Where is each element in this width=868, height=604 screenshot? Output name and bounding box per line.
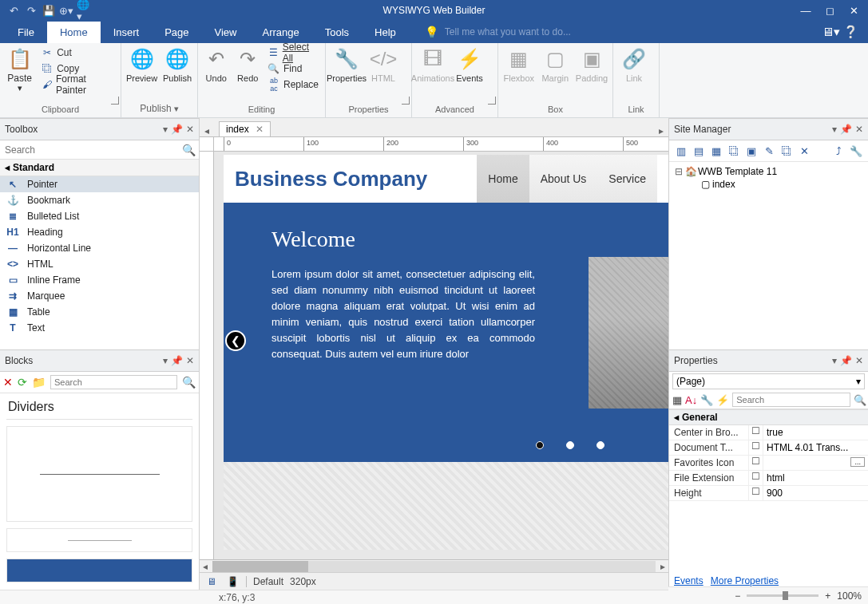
blocks-refresh-icon[interactable]: ⟳ [18,376,27,389]
blocks-close-icon[interactable]: ✕ [186,355,194,366]
screens-icon[interactable]: 🖥▾ [822,25,840,39]
sm-tool-5[interactable]: ▣ [744,144,759,158]
properties-button[interactable]: 🔧Properties [329,45,364,85]
blocks-dropdown-icon[interactable]: ▾ [163,355,168,366]
sm-dropdown-icon[interactable]: ▾ [832,124,837,135]
props-dropdown-icon[interactable]: ▾ [832,355,837,366]
blocks-pin-icon[interactable]: 📌 [171,355,183,366]
hero-image[interactable] [589,257,668,409]
sm-tool-2[interactable]: ▤ [692,144,706,158]
site-title[interactable]: Business Company [235,167,477,191]
horizontal-scrollbar[interactable]: ◂ ▸ [200,559,668,572]
props-alpha-icon[interactable]: A↓ [685,394,697,406]
property-row[interactable]: Height☐900 [669,486,868,501]
divider-block-1[interactable] [6,426,192,522]
maximize-button[interactable]: ◻ [818,2,841,18]
publish-button[interactable]: 🌐Publish [161,45,194,85]
toolbox-item-html[interactable]: <>HTML [0,256,199,272]
animations-button[interactable]: 🎞Animations [415,45,450,85]
property-row[interactable]: Center in Bro...☐true [669,425,868,440]
props-categorized-icon[interactable]: ▦ [672,394,682,406]
help-icon[interactable]: ❔ [843,25,858,39]
toolbox-item-pointer[interactable]: ↖Pointer [0,176,199,192]
nav-home[interactable]: Home [477,155,529,203]
properties-dialog-launcher[interactable] [402,97,410,105]
tab-next-icon[interactable]: ▸ [659,125,664,136]
tab-close-icon[interactable]: ✕ [256,124,264,135]
layout-label[interactable]: Default [253,576,283,587]
margin-button[interactable]: ▢Margin [538,45,573,85]
property-row[interactable]: File Extension☐html [669,471,868,486]
props-close-icon[interactable]: ✕ [855,355,863,366]
blocks-search-icon[interactable]: 🔍 [182,376,196,389]
undo-button[interactable]: ↶Undo [201,45,231,85]
property-row[interactable]: Favorites Icon☐ ... [669,456,868,471]
hero-text[interactable]: Lorem ipsum dolor sit amet, consectetuer… [271,266,535,362]
sm-tool-7[interactable]: ⿻ [779,144,794,158]
props-more-link[interactable]: More Properties [711,575,779,586]
sm-tool-settings[interactable]: 🔧 [849,144,863,158]
sm-close-icon[interactable]: ✕ [855,124,863,135]
menu-arrange[interactable]: Arrange [249,22,311,43]
html-button[interactable]: </>HTML [366,45,401,85]
redo-icon[interactable]: ↷ [24,3,38,18]
sm-tool-8[interactable]: ✕ [797,144,811,158]
tab-prev-icon[interactable]: ◂ [204,125,209,136]
zoom-out-icon[interactable]: − [735,590,740,602]
divider-block-2[interactable] [6,528,192,552]
canvas-viewport[interactable]: Business Company Home About Us Service ❮… [214,152,668,559]
toolbox-item-inline-frame[interactable]: ▭Inline Frame [0,272,199,288]
language-icon[interactable]: ⊕▾ [59,3,73,18]
property-row[interactable]: Document T...☐HTML 4.01 Trans... [669,440,868,456]
menu-file[interactable]: File [5,22,47,43]
sm-tool-3[interactable]: ▦ [709,144,723,158]
nav-service[interactable]: Service [597,155,657,203]
paste-button[interactable]: 📋 Paste▾ [3,45,36,94]
save-icon[interactable]: 💾 [42,3,56,18]
carousel-dot-2[interactable] [566,441,574,449]
redo-button[interactable]: ↷Redo [232,45,262,85]
toolbox-item-table[interactable]: ▦Table [0,304,199,320]
sm-tool-4[interactable]: ⿻ [727,144,741,158]
menu-home[interactable]: Home [47,22,101,43]
properties-selector[interactable]: (Page)▾ [672,373,865,389]
close-button[interactable]: ✕ [842,2,865,18]
tell-me-search[interactable]: 💡 Tell me what you want to do... [425,26,571,38]
toolbox-item-text[interactable]: TText [0,320,199,336]
tree-root[interactable]: ⊟ 🏠 WWB Template 11 [674,165,863,178]
props-pin-icon[interactable]: 📌 [840,355,852,366]
props-wrench-icon[interactable]: 🔧 [700,394,713,406]
tab-index[interactable]: index✕ [219,121,271,136]
zoom-slider[interactable] [747,594,818,597]
flexbox-button[interactable]: ▦Flexbox [501,45,537,85]
undo-icon[interactable]: ↶ [6,3,21,18]
toolbox-pin-icon[interactable]: 📌 [171,124,183,135]
link-button[interactable]: 🔗Link [616,45,652,85]
props-events-link[interactable]: Events [674,575,704,586]
blocks-search-input[interactable] [50,375,177,389]
blocks-delete-icon[interactable]: ✕ [3,376,13,389]
carousel-prev-icon[interactable]: ❮ [225,330,246,351]
menu-view[interactable]: View [202,22,250,43]
menu-page[interactable]: Page [152,22,201,43]
search-icon[interactable]: 🔍 [182,144,196,156]
sm-tool-6[interactable]: ✎ [762,144,776,158]
menu-tools[interactable]: Tools [312,22,362,43]
toolbox-item-horizontal-line[interactable]: —Horizontal Line [0,240,199,256]
toolbox-search-input[interactable] [3,143,182,157]
nav-about[interactable]: About Us [529,155,598,203]
page-footer-area[interactable] [224,462,668,550]
props-events-icon[interactable]: ⚡ [716,394,729,406]
format-painter-button[interactable]: 🖌Format Painter [38,77,117,93]
props-search-icon[interactable]: 🔍 [854,394,866,406]
toolbox-item-bookmark[interactable]: ⚓Bookmark [0,192,199,208]
preview-button[interactable]: 🌐Preview [125,45,159,85]
replace-button[interactable]: abacReplace [264,77,322,93]
globe-icon[interactable]: 🌐▾ [77,3,91,18]
menu-help[interactable]: Help [362,22,409,43]
properties-search-input[interactable] [732,393,850,407]
divider-block-3[interactable] [6,559,192,582]
padding-button[interactable]: ▣Padding [574,45,609,85]
toolbox-item-heading[interactable]: H1Heading [0,224,199,240]
minimize-button[interactable]: — [795,2,817,18]
